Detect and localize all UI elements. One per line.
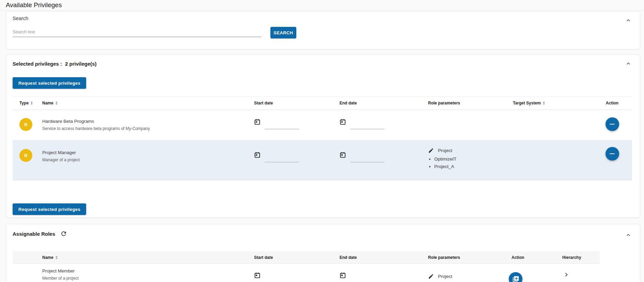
assignable-roles-card: Assignable Roles Name Start date End dat…: [6, 224, 640, 282]
assignable-collapse-button[interactable]: [624, 231, 632, 239]
column-header-start-date: Start date: [254, 101, 340, 105]
calendar-icon[interactable]: [340, 119, 346, 129]
column-header-role-parameters: Role parameters: [428, 101, 513, 105]
table-row: Project Member Member of a project: [13, 264, 600, 282]
hierarchy-expand-button[interactable]: [563, 272, 569, 278]
edit-pencil-icon[interactable]: [428, 148, 434, 153]
privilege-name: Hardware Beta Programs: [42, 119, 254, 124]
role-description: Member of a project: [42, 276, 254, 281]
role-parameter-label: Project: [438, 274, 452, 279]
calendar-icon[interactable]: [340, 152, 346, 162]
sort-icon: [56, 256, 58, 259]
refresh-button[interactable]: [60, 230, 67, 237]
calendar-icon[interactable]: [254, 152, 261, 162]
end-date-input[interactable]: [350, 119, 384, 129]
remove-privilege-button[interactable]: [606, 117, 619, 131]
table-header-row: Name Start date End date Role parameters…: [13, 251, 600, 264]
privilege-description: Manager of a project: [42, 157, 254, 162]
request-selected-privileges-button-top[interactable]: Request selected privileges: [13, 77, 86, 89]
chevron-up-icon: [625, 232, 631, 238]
role-name: Project Member: [42, 268, 254, 273]
role-parameter-values: OptimizeIT Project_A: [429, 156, 513, 169]
start-date-input[interactable]: [265, 119, 299, 129]
assignable-roles-title: Assignable Roles: [13, 230, 67, 237]
minus-icon: [610, 153, 615, 154]
column-header-end-date: End date: [340, 101, 428, 105]
role-type-badge: R: [19, 118, 32, 131]
role-parameters-cell: Project: [428, 264, 505, 279]
role-parameter-value: Project_A: [434, 164, 513, 169]
calendar-icon[interactable]: [340, 272, 346, 282]
column-header-name[interactable]: Name: [42, 101, 254, 105]
start-date-input[interactable]: [265, 152, 299, 162]
column-header-target-system[interactable]: Target System: [513, 101, 592, 105]
search-card: Search SEARCH: [6, 11, 640, 49]
table-row: R Project Manager Manager of a project: [13, 140, 632, 180]
column-header-name[interactable]: Name: [13, 255, 254, 260]
role-parameter-label: Project: [438, 148, 452, 153]
refresh-icon: [60, 230, 67, 237]
request-selected-privileges-button-bottom[interactable]: Request selected privileges: [13, 203, 86, 215]
selected-privileges-title: Selected privileges : 2 privilege(s): [13, 61, 97, 67]
library-add-icon: [512, 276, 519, 282]
role-parameter-value: OptimizeIT: [434, 156, 513, 162]
column-header-action: Action: [505, 255, 546, 260]
chevron-up-icon: [625, 17, 631, 23]
remove-privilege-button[interactable]: [606, 147, 619, 161]
table-row: R Hardware Beta Programs Service to acce…: [13, 110, 632, 140]
page: Available Privileges Search SEARCH Selec…: [0, 0, 644, 282]
sort-icon: [31, 101, 33, 105]
assignable-roles-table: Name Start date End date Role parameters…: [13, 251, 600, 282]
end-date-input[interactable]: [350, 152, 384, 162]
selected-privileges-card: Selected privileges : 2 privilege(s) Req…: [6, 54, 640, 218]
selected-collapse-button[interactable]: [624, 60, 632, 68]
assignable-roles-label: Assignable Roles: [13, 231, 55, 237]
table-header-row: Type Name Start date End date Role param…: [13, 96, 632, 110]
column-header-role-parameters: Role parameters: [428, 255, 505, 260]
column-header-type[interactable]: Type: [13, 101, 42, 105]
column-header-end-date: End date: [340, 255, 428, 260]
sort-icon: [56, 101, 58, 105]
search-input[interactable]: [13, 27, 261, 37]
header-divider: [0, 10, 644, 11]
page-title: Available Privileges: [6, 1, 62, 9]
chevron-right-icon: [563, 272, 569, 278]
selected-privileges-count: 2 privilege(s): [65, 61, 97, 67]
end-date-input[interactable]: [350, 272, 384, 282]
column-header-start-date: Start date: [254, 255, 340, 260]
add-role-button[interactable]: [509, 272, 522, 282]
column-header-action: Action: [592, 101, 632, 105]
role-type-badge: R: [19, 149, 32, 162]
start-date-input[interactable]: [265, 272, 299, 282]
calendar-icon[interactable]: [254, 272, 261, 282]
search-collapse-button[interactable]: [624, 16, 632, 24]
edit-pencil-icon[interactable]: [428, 273, 434, 279]
search-button[interactable]: SEARCH: [270, 27, 296, 38]
minus-icon: [610, 124, 615, 125]
chevron-up-icon: [625, 61, 631, 67]
calendar-icon[interactable]: [254, 119, 261, 129]
selected-privileges-table: Type Name Start date End date Role param…: [13, 96, 632, 180]
column-header-hierarchy: Hierarchy: [546, 255, 600, 260]
selected-privileges-label: Selected privileges :: [13, 61, 62, 67]
privilege-description: Service to access hardware beta programs…: [42, 126, 254, 131]
search-card-title: Search: [13, 16, 28, 21]
role-parameters-cell: Project OptimizeIT Project_A: [428, 140, 513, 171]
privilege-name: Project Manager: [42, 150, 254, 155]
sort-icon: [543, 101, 545, 105]
